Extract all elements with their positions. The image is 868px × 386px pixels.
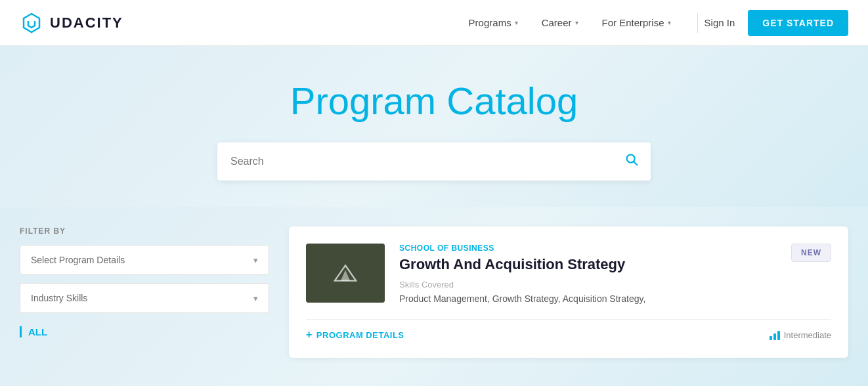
skills-covered-label: Skills Covered bbox=[399, 280, 777, 290]
program-details-label: PROGRAM DETAILS bbox=[316, 330, 404, 340]
bar2 bbox=[773, 333, 776, 340]
nav-divider bbox=[697, 13, 698, 33]
card-footer: + PROGRAM DETAILS Intermediate bbox=[306, 329, 831, 341]
search-button[interactable] bbox=[624, 152, 639, 171]
main-nav: Programs ▾ Career ▾ For Enterprise ▾ bbox=[469, 17, 671, 28]
card-school: School of Business bbox=[399, 244, 777, 253]
svg-marker-3 bbox=[341, 270, 350, 281]
site-header: UDACITY Programs ▾ Career ▾ For Enterpri… bbox=[0, 0, 868, 46]
program-details-button[interactable]: + PROGRAM DETAILS bbox=[306, 329, 404, 341]
industry-skills-label: Industry Skills bbox=[31, 293, 87, 303]
udacity-logo-icon bbox=[20, 11, 43, 35]
nav-enterprise[interactable]: For Enterprise ▾ bbox=[602, 17, 671, 28]
card-info: School of Business Growth And Acquisitio… bbox=[399, 244, 777, 306]
thumbnail-logo-icon bbox=[334, 264, 357, 282]
enterprise-chevron-icon: ▾ bbox=[668, 19, 671, 26]
all-filter-label[interactable]: ALL bbox=[20, 326, 269, 337]
nav-career[interactable]: Career ▾ bbox=[542, 17, 578, 28]
new-badge: NEW bbox=[791, 244, 831, 262]
programs-chevron-icon: ▾ bbox=[515, 19, 518, 26]
search-input[interactable] bbox=[217, 142, 651, 181]
filter-by-label: FILTER BY bbox=[20, 226, 269, 236]
search-icon bbox=[624, 152, 639, 167]
select-program-details-label: Select Program Details bbox=[31, 255, 125, 265]
svg-line-1 bbox=[634, 161, 637, 165]
program-card: School of Business Growth And Acquisitio… bbox=[289, 226, 848, 358]
card-top: School of Business Growth And Acquisitio… bbox=[306, 244, 831, 306]
career-chevron-icon: ▾ bbox=[575, 19, 578, 26]
program-details-chevron-icon: ▾ bbox=[253, 255, 258, 265]
cards-area: School of Business Growth And Acquisitio… bbox=[289, 226, 848, 386]
nav-programs[interactable]: Programs ▾ bbox=[469, 17, 518, 28]
card-thumbnail bbox=[306, 244, 385, 303]
difficulty-icon bbox=[770, 330, 780, 340]
plus-icon: + bbox=[306, 329, 313, 341]
bar1 bbox=[770, 336, 772, 340]
sign-in-button[interactable]: Sign In bbox=[705, 17, 735, 28]
logo-area: UDACITY bbox=[20, 11, 123, 35]
skills-covered-text: Product Management, Growth Strategy, Acq… bbox=[399, 292, 777, 306]
industry-skills-chevron-icon: ▾ bbox=[253, 293, 258, 303]
main-content: FILTER BY Select Program Details ▾ Indus… bbox=[0, 207, 868, 386]
sidebar: FILTER BY Select Program Details ▾ Indus… bbox=[20, 226, 269, 386]
difficulty-label: Intermediate bbox=[784, 330, 831, 340]
catalog-title: Program Catalog bbox=[0, 79, 868, 123]
search-wrapper bbox=[217, 142, 651, 181]
difficulty-area: Intermediate bbox=[770, 330, 831, 340]
card-divider bbox=[306, 319, 831, 320]
get-started-button[interactable]: GET STARTED bbox=[748, 10, 848, 36]
card-title: Growth And Acquisition Strategy bbox=[399, 256, 777, 273]
industry-skills-dropdown[interactable]: Industry Skills ▾ bbox=[20, 283, 269, 313]
bar3 bbox=[777, 331, 780, 340]
hero-section: Program Catalog bbox=[0, 46, 868, 207]
logo-text: UDACITY bbox=[50, 14, 123, 32]
select-program-details-dropdown[interactable]: Select Program Details ▾ bbox=[20, 245, 269, 275]
